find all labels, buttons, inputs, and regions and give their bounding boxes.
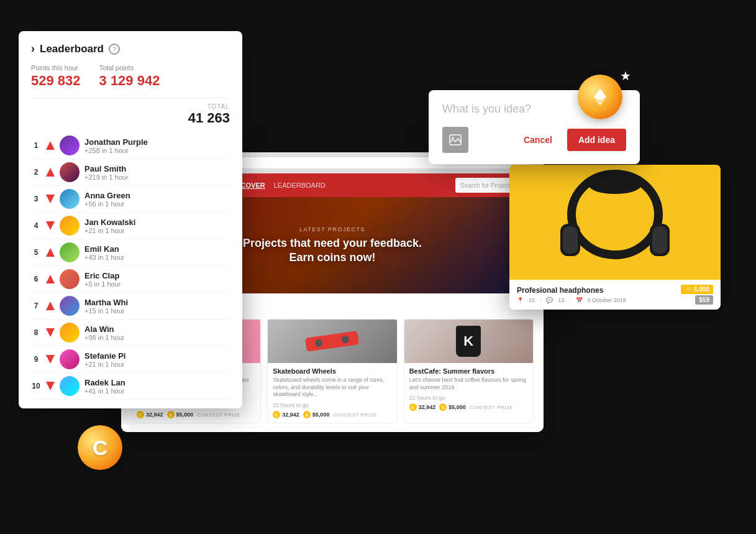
nav-link-leaderboard[interactable]: LEADERBOARD <box>274 182 326 189</box>
arrow-up-icon <box>46 275 55 283</box>
coin-eth-circle <box>578 75 622 119</box>
rank-number: 1 <box>31 141 41 150</box>
list-item[interactable]: 2 Paul Smith +219 in 1 hour <box>31 159 230 186</box>
arrow-up-icon <box>46 248 55 257</box>
project-body-bestcafe: BestCafe: Summer flavors Let's choose be… <box>404 363 533 415</box>
prize-badge: $ $5,000 <box>303 411 330 418</box>
list-item[interactable]: 5 Emil Kan +43 in 1 hour <box>31 239 230 266</box>
list-item[interactable]: 6 Eric Clap +5 in 1 hour <box>31 266 230 293</box>
user-name: Ala Win <box>84 325 125 334</box>
user-name: Jonathan Purple <box>84 137 148 147</box>
rank-number: 3 <box>31 195 41 203</box>
prize-badge: $ $5,000 <box>439 403 466 411</box>
avatar <box>60 162 80 182</box>
price-coin-badge: 🪙 5,000 <box>681 285 713 294</box>
cafe-cup-icon: K <box>456 326 481 357</box>
list-item[interactable]: 8 Ala Win +98 in 1 hour <box>31 320 230 346</box>
list-item[interactable]: 9 Stefanie Pi +21 in 1 hour <box>31 346 230 373</box>
avatar <box>60 349 80 369</box>
coin-c-star-icon: ★ <box>120 419 132 435</box>
coin-badge: C 32,942 <box>273 411 299 418</box>
arrow-up-icon <box>46 168 55 177</box>
points-this-hour-block: Points this hour 529 832 <box>31 64 81 89</box>
project-time: 22 hours to go <box>273 402 391 408</box>
avatar <box>60 216 80 236</box>
rank-number: 6 <box>31 275 41 283</box>
hero-title: Projects that need your feedback. Earn c… <box>243 236 422 264</box>
leaderboard-list: 1 Jonathan Purple +258 in 1 hour 2 Paul … <box>31 132 230 400</box>
project-image-bestcafe: K <box>404 320 533 363</box>
contest-label: CONTEST PRIZE <box>470 405 513 410</box>
user-name: Jan Kowalski <box>84 218 135 227</box>
calendar-icon: 📅 <box>576 297 583 303</box>
project-card-skateboard[interactable]: Skateboard Wheels Skateboard wheels come… <box>267 319 397 423</box>
headphones-info: Profesional headphones 📍 15 | 💬 13 | 📅 5… <box>517 286 681 303</box>
project-image-skateboard <box>268 320 396 363</box>
contest-label: CONTEST PRIZE <box>197 412 240 418</box>
list-item[interactable]: 1 Jonathan Purple +258 in 1 hour <box>31 132 230 159</box>
headphones-comments: 13 <box>558 297 564 303</box>
leaderboard-header: › Leaderboard ? <box>31 42 230 55</box>
user-points: +5 in 1 hour <box>84 280 121 288</box>
arrow-down-icon <box>46 355 55 364</box>
headphones-likes: 15 <box>529 297 535 303</box>
total-value: 41 263 <box>31 110 230 126</box>
leaderboard-title: Leaderboard <box>40 43 104 55</box>
coin-c-letter: C <box>93 436 108 460</box>
avatar <box>60 376 80 396</box>
arrow-down-icon <box>46 221 55 230</box>
dialog-actions: Cancel Add idea <box>442 127 626 153</box>
avatar <box>60 269 80 289</box>
list-item[interactable]: 4 Jan Kowalski +21 in 1 hour <box>31 213 230 239</box>
arrow-down-icon <box>46 328 55 337</box>
user-points: +56 in 1 hour <box>84 200 130 208</box>
user-name: Martha Whi <box>84 298 128 307</box>
user-points: +21 in 1 hour <box>84 227 135 234</box>
project-card-bestcafe[interactable]: K BestCafe: Summer flavors Let's choose … <box>404 319 534 423</box>
list-item[interactable]: 7 Martha Whi +15 in 1 hour <box>31 293 230 320</box>
user-name: Paul Smith <box>84 164 129 173</box>
dialog-image-button[interactable] <box>442 127 468 153</box>
comment-icon: 💬 <box>546 297 553 303</box>
leaderboard-info-icon[interactable]: ? <box>109 44 120 55</box>
rank-number: 7 <box>31 302 41 310</box>
avatar <box>60 189 80 209</box>
user-name: Anna Green <box>84 191 130 200</box>
points-this-hour-value: 529 832 <box>31 73 81 89</box>
coin-badge: C 32,942 <box>409 403 436 411</box>
headphones-footer: Profesional headphones 📍 15 | 💬 13 | 📅 5… <box>509 280 721 310</box>
svg-point-10 <box>589 177 641 194</box>
price-usd-badge: $59 <box>695 295 713 305</box>
list-item[interactable]: 10 Radek Lan +41 in 1 hour <box>31 373 230 400</box>
avatar <box>60 296 80 316</box>
add-idea-button[interactable]: Add idea <box>567 129 626 151</box>
user-name: Emil Kan <box>84 244 125 254</box>
rank-number: 2 <box>31 168 41 177</box>
cancel-button[interactable]: Cancel <box>515 130 561 150</box>
hero-tag: LATEST PROJECTS <box>299 226 365 232</box>
points-this-hour-label: Points this hour <box>31 64 81 71</box>
project-body-skateboard: Skateboard Wheels Skateboard wheels come… <box>268 363 396 423</box>
headphones-image <box>509 165 721 280</box>
rank-number: 4 <box>31 221 41 230</box>
user-points: +15 in 1 hour <box>84 307 128 315</box>
list-item[interactable]: 3 Anna Green +56 in 1 hour <box>31 186 230 213</box>
arrow-up-icon <box>46 141 55 150</box>
chevron-right-icon: › <box>31 42 35 55</box>
total-points-label: Total points <box>99 64 160 71</box>
coin-icon: C <box>137 411 144 418</box>
contest-label: CONTEST PRIZE <box>333 412 376 418</box>
coin-c-circle: C <box>78 425 122 470</box>
rank-number: 10 <box>31 382 41 390</box>
arrow-down-icon <box>46 382 55 390</box>
total-label: TOTAL <box>31 103 230 110</box>
coin-icon: C <box>409 403 417 411</box>
project-meta: C 32,942 $ $5,000 CONTEST PRIZE <box>409 403 528 411</box>
coin-eth-decoration: ★ <box>578 75 627 124</box>
arrow-up-icon <box>46 302 55 310</box>
total-points-block: Total points 3 129 942 <box>99 64 160 89</box>
svg-rect-7 <box>563 226 578 254</box>
project-meta: C 32,942 $ $5,000 CONTEST PRIZE <box>137 411 255 418</box>
rank-number: 8 <box>31 328 41 337</box>
project-name: Skateboard Wheels <box>273 367 391 375</box>
